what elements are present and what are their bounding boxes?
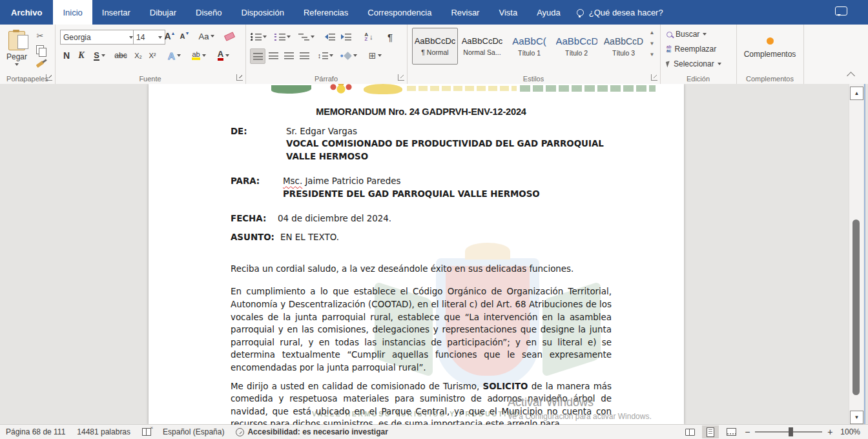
zoom-slider[interactable] [755, 431, 822, 433]
font-color-button[interactable]: A [213, 48, 234, 63]
align-center-button[interactable] [266, 48, 280, 63]
find-button[interactable]: Buscar [666, 30, 707, 39]
chevron-down-icon [177, 54, 181, 57]
document-page[interactable]: VALLE HERMOSO TURISTICO Y PRODUCTIVO MEM… [149, 84, 684, 425]
style-normal[interactable]: AaBbCcDc ¶ Normal [412, 28, 458, 65]
scroll-up-icon[interactable]: ▲ [650, 28, 655, 37]
status-bar: Página 68 de 111 14481 palabras Español … [0, 424, 868, 439]
tab-disposicion[interactable]: Disposición [232, 0, 294, 25]
arrow-left-icon [325, 34, 328, 39]
page-number-status[interactable]: Página 68 de 111 [0, 427, 71, 436]
style-normal-sa[interactable]: AaBbCcDc Normal Sa... [459, 28, 505, 65]
paragraph-dialog-launcher[interactable] [398, 74, 404, 81]
align-left-button[interactable] [250, 48, 265, 64]
tab-correspondencia[interactable]: Correspondencia [358, 0, 441, 25]
borders-button[interactable]: ⊞ [366, 48, 385, 63]
underline-button[interactable]: S [90, 48, 109, 63]
shading-button[interactable] [341, 48, 360, 63]
word-count-status[interactable]: 14481 palabras [71, 427, 136, 436]
sort-button[interactable]: AZ ↓ [360, 30, 377, 44]
tab-archivo[interactable]: Archivo [0, 0, 53, 25]
text-effects-button[interactable]: A [165, 48, 184, 63]
tab-dibujar[interactable]: Dibujar [140, 0, 186, 25]
paint-bucket-icon [344, 52, 352, 60]
superscript-button[interactable]: X² [145, 48, 160, 63]
zoom-slider-thumb[interactable] [789, 427, 793, 436]
tab-referencias[interactable]: Referencias [294, 0, 358, 25]
zoom-level[interactable]: 100% [838, 427, 863, 436]
tab-insertar[interactable]: Insertar [92, 0, 140, 25]
chevron-down-icon [718, 63, 721, 65]
highlight-color-button[interactable]: ab [188, 48, 210, 63]
window-edge [864, 84, 865, 425]
chevron-down-icon [202, 54, 206, 57]
format-painter-button[interactable] [34, 57, 46, 71]
strikethrough-button[interactable]: abc [112, 48, 130, 63]
bullets-button[interactable] [250, 30, 267, 44]
tab-vista[interactable]: Vista [489, 0, 527, 25]
style-titulo-2[interactable]: AaBbCcD Título 2 [553, 28, 599, 65]
shrink-font-button[interactable]: A▼ [178, 29, 192, 43]
scroll-down-button[interactable]: ▼ [850, 411, 863, 424]
read-mode-button[interactable] [681, 425, 698, 438]
web-layout-button[interactable] [723, 425, 739, 438]
style-titulo-3[interactable]: AaBbCcD Título 3 [601, 28, 646, 65]
ribbon: Pegar ✂ Portapapeles Georgia 14 A▲ A▼ Aa… [0, 25, 868, 85]
chevron-down-icon [15, 63, 19, 66]
font-dialog-launcher[interactable] [236, 74, 243, 81]
find-label: Buscar [676, 30, 699, 39]
select-button[interactable]: Seleccionar [666, 59, 721, 68]
field-subject: ASUNTO: EN EL TEXTO. [231, 231, 612, 244]
cut-button[interactable]: ✂ [34, 28, 46, 43]
scissors-icon: ✂ [37, 31, 44, 41]
scrollbar-thumb[interactable] [852, 220, 860, 395]
line-spacing-button[interactable]: ↕ [315, 48, 336, 63]
body-paragraph-2: Me dirijo a usted en calidad de comision… [231, 380, 612, 425]
replace-button[interactable]: abac Reemplazar [666, 45, 716, 54]
zoom-out-button[interactable]: − [743, 427, 751, 437]
gallery-more-icon[interactable]: ▼ [650, 50, 655, 59]
styles-gallery-scroll[interactable]: ▲ ▼ ▼ [647, 28, 657, 59]
show-marks-button[interactable]: ¶ [384, 30, 397, 44]
tell-me-box[interactable]: ¿Qué desea hacer? [570, 0, 670, 25]
decrease-indent-button[interactable] [323, 30, 337, 44]
justify-button[interactable] [297, 48, 311, 63]
paste-button[interactable]: Pegar [3, 28, 30, 69]
tab-revisar[interactable]: Revisar [441, 0, 489, 25]
print-layout-button[interactable] [702, 425, 719, 438]
tab-diseno[interactable]: Diseño [186, 0, 231, 25]
accessibility-status[interactable]: Accesibilidad: es necesario investigar [230, 427, 393, 436]
numbering-button[interactable] [274, 30, 291, 44]
comments-icon[interactable] [835, 6, 847, 15]
copy-button[interactable] [34, 43, 46, 57]
addins-button[interactable]: Complementos [736, 32, 803, 63]
scroll-up-button[interactable]: ▲ [850, 87, 863, 100]
font-size-combo[interactable]: 14 [133, 30, 165, 45]
bullet-list-icon [251, 33, 262, 41]
zoom-in-button[interactable]: + [826, 427, 834, 437]
clear-formatting-button[interactable] [222, 29, 237, 43]
proofing-status[interactable] [136, 428, 157, 436]
language-status[interactable]: Español (España) [157, 427, 230, 436]
lines-icon [329, 33, 335, 41]
italic-button[interactable]: K [75, 48, 88, 63]
tab-ayuda[interactable]: Ayuda [527, 0, 570, 25]
change-case-button[interactable]: Aa [196, 29, 218, 43]
search-icon [666, 32, 672, 37]
multilevel-list-button[interactable] [298, 30, 315, 44]
align-right-button[interactable] [282, 48, 296, 63]
style-titulo-1[interactable]: AaBbC( Título 1 [506, 28, 552, 65]
align-right-icon [284, 52, 294, 59]
increase-indent-button[interactable] [339, 30, 353, 44]
styles-dialog-launcher[interactable] [651, 74, 657, 81]
font-name-combo[interactable]: Georgia [60, 30, 136, 45]
chevron-down-icon [211, 35, 214, 37]
scroll-down-icon[interactable]: ▼ [650, 39, 655, 48]
vertical-scrollbar[interactable]: ▲ ▼ [849, 84, 863, 425]
subscript-button[interactable]: X₂ [131, 48, 145, 63]
collapse-ribbon-icon[interactable] [847, 72, 855, 80]
grow-font-button[interactable]: A▲ [163, 29, 177, 43]
tab-inicio[interactable]: Inicio [53, 0, 92, 25]
bold-button[interactable]: N [60, 48, 73, 63]
clipboard-dialog-launcher[interactable] [46, 74, 52, 81]
